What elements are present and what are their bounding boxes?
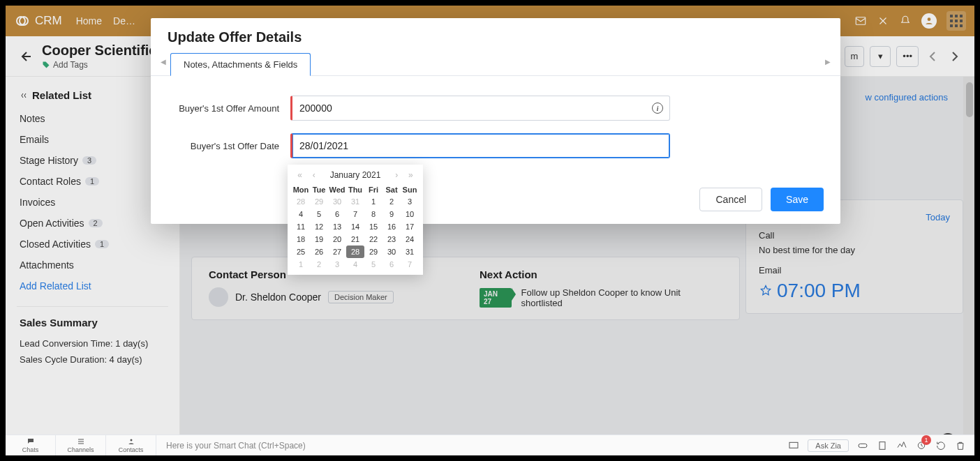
info-icon[interactable]: i (652, 103, 663, 114)
dp-day[interactable]: 16 (383, 220, 401, 233)
contacts-icon (127, 437, 135, 446)
dp-day[interactable]: 30 (383, 245, 401, 258)
notif-count: 1 (921, 435, 931, 445)
amount-label: Buyer's 1st Offer Amount (168, 103, 279, 114)
dp-day[interactable]: 9 (383, 208, 401, 220)
bb-chats[interactable]: Chats (6, 435, 56, 455)
svg-rect-3 (789, 442, 798, 448)
svg-rect-4 (859, 444, 867, 447)
dp-day[interactable]: 29 (310, 195, 328, 208)
chat-icon (27, 437, 35, 446)
dp-next-month-icon[interactable]: › (392, 170, 401, 180)
dp-day[interactable]: 28 (292, 195, 310, 208)
dp-day[interactable]: 21 (346, 233, 364, 245)
date-input[interactable] (290, 133, 670, 158)
dp-day[interactable]: 6 (328, 208, 346, 220)
bb-contacts[interactable]: Contacts (106, 435, 156, 455)
amount-input[interactable] (290, 96, 670, 121)
date-label: Buyer's 1st Offer Date (168, 141, 279, 151)
tabs-scroll-left-icon[interactable]: ◀ (156, 52, 170, 75)
dp-prev-year-icon[interactable]: « (295, 170, 305, 180)
bb-channels[interactable]: Channels (56, 435, 106, 455)
dp-day[interactable]: 28 (346, 245, 364, 258)
dp-day[interactable]: 1 (292, 258, 310, 271)
history-icon[interactable] (935, 440, 946, 451)
dp-dow: Mon (292, 184, 310, 195)
ask-zia-button[interactable]: Ask Zia (808, 439, 849, 452)
zigzag-icon[interactable] (896, 440, 907, 451)
dp-dow: Thu (346, 184, 364, 195)
dp-day[interactable]: 8 (364, 208, 383, 220)
dp-day[interactable]: 10 (401, 208, 419, 220)
dp-day[interactable]: 15 (364, 220, 383, 233)
dp-next-year-icon[interactable]: » (406, 170, 415, 180)
save-button[interactable]: Save (771, 188, 824, 211)
dp-day[interactable]: 18 (292, 233, 310, 245)
dp-prev-month-icon[interactable]: ‹ (309, 170, 319, 180)
trash-icon[interactable] (955, 440, 966, 451)
dp-day[interactable]: 2 (310, 258, 328, 271)
dp-day[interactable]: 12 (310, 220, 328, 233)
dp-day[interactable]: 2 (383, 195, 401, 208)
dp-day[interactable]: 14 (346, 220, 364, 233)
dp-day[interactable]: 30 (328, 195, 346, 208)
dp-day[interactable]: 25 (292, 245, 310, 258)
dp-day[interactable]: 26 (310, 245, 328, 258)
tabs-scroll-right-icon[interactable]: ▶ (821, 52, 835, 75)
dp-day[interactable]: 20 (328, 233, 346, 245)
cancel-button[interactable]: Cancel (699, 188, 762, 211)
dp-dow: Fri (364, 184, 383, 195)
bottom-bar: Chats Channels Contacts Here is your Sma… (6, 434, 974, 455)
dp-day[interactable]: 24 (401, 233, 419, 245)
dp-title[interactable]: January 2021 (330, 170, 381, 180)
dp-day[interactable]: 7 (401, 258, 419, 271)
tab-notes-attachments-fields[interactable]: Notes, Attachments & Fields (170, 53, 311, 76)
dp-day[interactable]: 19 (310, 233, 328, 245)
dp-day[interactable]: 5 (310, 208, 328, 220)
dp-day[interactable]: 13 (328, 220, 346, 233)
svg-rect-5 (879, 441, 885, 449)
gamepad-icon[interactable] (857, 440, 868, 451)
dp-dow: Sun (401, 184, 419, 195)
dp-day[interactable]: 31 (401, 245, 419, 258)
dp-day[interactable]: 5 (364, 258, 383, 271)
datepicker: « ‹ January 2021 › » MonTueWedThuFriSatS… (288, 165, 423, 275)
dp-dow: Tue (310, 184, 328, 195)
dp-day[interactable]: 27 (328, 245, 346, 258)
dp-day[interactable]: 31 (346, 195, 364, 208)
update-offer-modal: Update Offer Details ◀ Notes, Attachment… (151, 18, 840, 224)
dp-day[interactable]: 3 (328, 258, 346, 271)
dp-day[interactable]: 6 (383, 258, 401, 271)
dp-day[interactable]: 3 (401, 195, 419, 208)
modal-title: Update Offer Details (151, 18, 840, 52)
dp-dow: Wed (328, 184, 346, 195)
smart-chat-hint[interactable]: Here is your Smart Chat (Ctrl+Space) (156, 441, 306, 451)
dp-day[interactable]: 7 (346, 208, 364, 220)
dp-dow: Sat (383, 184, 401, 195)
dp-day[interactable]: 1 (364, 195, 383, 208)
dp-day[interactable]: 4 (346, 258, 364, 271)
dp-day[interactable]: 22 (364, 233, 383, 245)
alarm-button[interactable]: 1 (916, 439, 927, 452)
dp-day[interactable]: 4 (292, 208, 310, 220)
screen-icon[interactable] (788, 440, 799, 451)
dp-day[interactable]: 29 (364, 245, 383, 258)
clipboard-icon[interactable] (877, 440, 888, 451)
dp-day[interactable]: 17 (401, 220, 419, 233)
channels-icon (77, 437, 85, 446)
dp-day[interactable]: 23 (383, 233, 401, 245)
svg-point-2 (130, 439, 132, 441)
dp-day[interactable]: 11 (292, 220, 310, 233)
